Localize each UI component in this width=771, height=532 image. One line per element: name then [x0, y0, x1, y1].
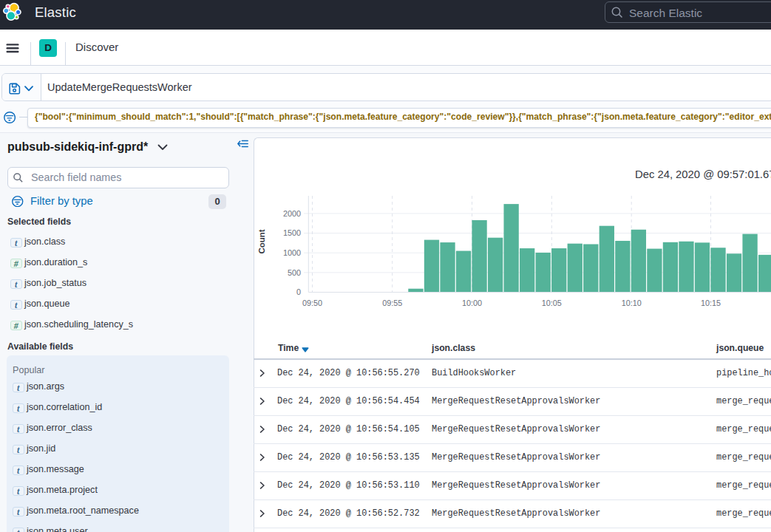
svg-text:10:05: 10:05: [542, 299, 562, 307]
svg-text:0: 0: [296, 287, 301, 296]
svg-text:09:55: 09:55: [382, 299, 402, 307]
svg-text:Count: Count: [257, 229, 266, 253]
svg-text:1000: 1000: [283, 248, 301, 257]
svg-text:500: 500: [288, 268, 301, 277]
svg-text:10:10: 10:10: [622, 299, 642, 307]
svg-text:10:15: 10:15: [701, 299, 721, 307]
svg-text:10:00: 10:00: [462, 299, 482, 307]
svg-text:1500: 1500: [283, 228, 301, 237]
svg-text:09:50: 09:50: [302, 299, 322, 307]
svg-text:2000: 2000: [283, 209, 301, 218]
